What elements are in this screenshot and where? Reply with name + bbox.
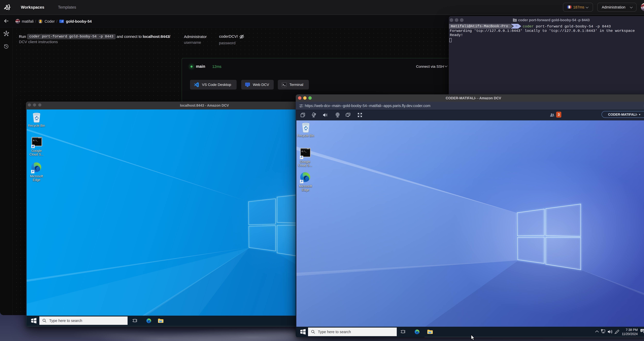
svg-text:C:\_: C:\_ (302, 150, 307, 153)
svg-text:C:\_: C:\_ (33, 140, 38, 142)
